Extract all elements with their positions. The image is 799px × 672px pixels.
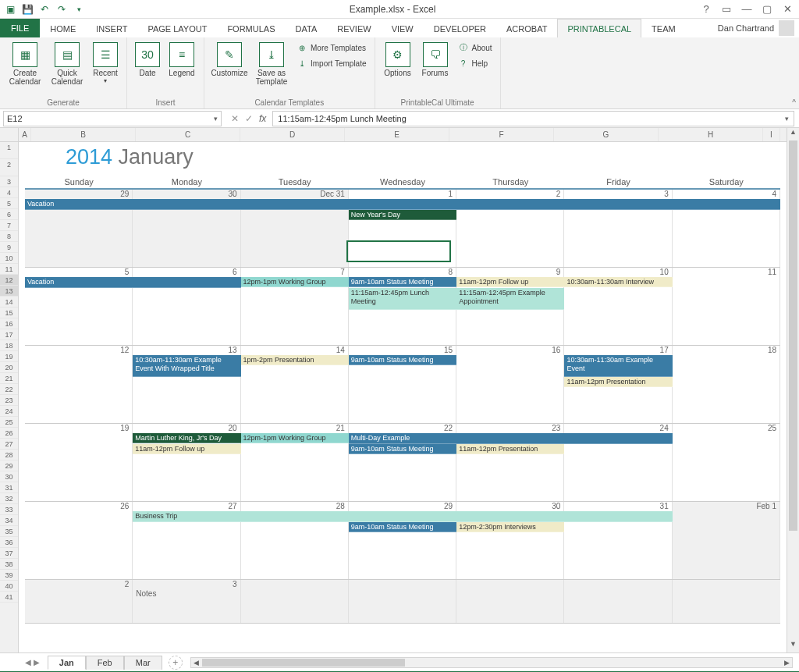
- tab-view[interactable]: VIEW: [382, 19, 424, 37]
- scroll-right-icon[interactable]: ▶: [781, 659, 792, 667]
- row-header[interactable]: 19: [0, 351, 18, 362]
- calendar-day[interactable]: [241, 580, 349, 623]
- redo-icon[interactable]: ↷: [55, 2, 69, 16]
- minimize-icon[interactable]: —: [740, 3, 754, 15]
- row-header[interactable]: 32: [0, 493, 18, 504]
- add-sheet-button[interactable]: +: [169, 656, 183, 670]
- main-grid[interactable]: ABCDEFGHI 2014 January SundayMondayTuesd…: [19, 128, 787, 652]
- column-header[interactable]: F: [449, 128, 554, 141]
- calendar-day[interactable]: 19: [25, 424, 133, 501]
- calendar-day[interactable]: 3Notes: [133, 580, 240, 623]
- collapse-ribbon-icon[interactable]: ^: [792, 98, 796, 107]
- row-header[interactable]: 40: [0, 581, 18, 592]
- row-header[interactable]: 9: [0, 242, 18, 253]
- row-header[interactable]: 23: [0, 395, 18, 406]
- hscrollbar-thumb[interactable]: [202, 659, 405, 667]
- calendar-event[interactable]: 10:30am-11:30am Example Event With Wrapp…: [133, 355, 240, 377]
- calendar-day[interactable]: Feb 1: [673, 502, 780, 579]
- row-header[interactable]: 33: [0, 504, 18, 515]
- calendar-day[interactable]: [673, 580, 780, 623]
- calendar-day[interactable]: 18: [673, 346, 780, 423]
- calendar-event[interactable]: 12pm-1pm Working Group: [241, 277, 349, 287]
- calendar-event[interactable]: 9am-10am Status Meeting: [349, 355, 456, 365]
- tab-data[interactable]: DATA: [286, 19, 328, 37]
- horizontal-scrollbar[interactable]: ◀ ▶: [190, 657, 793, 668]
- tab-page-layout[interactable]: PAGE LAYOUT: [137, 19, 217, 37]
- fx-icon[interactable]: fx: [259, 113, 266, 124]
- scroll-up-icon[interactable]: ▲: [787, 128, 799, 140]
- calendar-event[interactable]: 1pm-2pm Presentation: [241, 355, 349, 365]
- column-header[interactable]: A: [19, 128, 31, 141]
- date-button[interactable]: 30Date: [132, 41, 163, 97]
- row-header[interactable]: 26: [0, 428, 18, 439]
- options-button[interactable]: ⚙Options: [380, 41, 416, 97]
- row-header[interactable]: 13: [0, 286, 18, 297]
- qat-dropdown-icon[interactable]: ▾: [72, 2, 86, 16]
- scrollbar-thumb[interactable]: [789, 140, 797, 531]
- calendar-event[interactable]: 12pm-1pm Working Group: [241, 433, 349, 443]
- legend-button[interactable]: ≡Legend: [165, 41, 199, 97]
- calendar-day[interactable]: 12: [25, 346, 133, 423]
- sheet-tab-mar[interactable]: Mar: [124, 656, 162, 670]
- row-header[interactable]: 5: [0, 198, 18, 209]
- row-header[interactable]: 38: [0, 559, 18, 570]
- tab-home[interactable]: HOME: [40, 19, 86, 37]
- row-header[interactable]: 36: [0, 537, 18, 548]
- row-header[interactable]: 4: [0, 187, 18, 198]
- save-icon[interactable]: 💾: [20, 2, 34, 16]
- calendar-event[interactable]: 11am-12pm Presentation: [456, 444, 564, 454]
- sheet-nav[interactable]: ◀ ▶: [19, 658, 46, 667]
- row-header[interactable]: 3: [0, 176, 18, 187]
- row-header[interactable]: 22: [0, 384, 18, 395]
- calendar-event[interactable]: 9am-10am Status Meeting: [349, 444, 456, 454]
- import-template-button[interactable]: ⤓Import Template: [293, 56, 370, 70]
- column-header[interactable]: H: [659, 128, 763, 141]
- cancel-icon[interactable]: ✕: [231, 113, 239, 124]
- calendar-event[interactable]: Vacation: [25, 277, 241, 288]
- tab-team[interactable]: TEAM: [641, 19, 686, 37]
- calendar-event[interactable]: 9am-10am Status Meeting: [349, 277, 456, 287]
- column-header[interactable]: E: [345, 128, 449, 141]
- column-header[interactable]: G: [554, 128, 659, 141]
- recent-button[interactable]: ☰Recent▾: [89, 41, 122, 97]
- name-box[interactable]: E12▾: [3, 111, 222, 126]
- row-header[interactable]: 41: [0, 592, 18, 603]
- calendar-event[interactable]: Multi-Day Example: [349, 433, 673, 444]
- tab-review[interactable]: REVIEW: [327, 19, 381, 37]
- forums-button[interactable]: 🗨Forums: [417, 41, 453, 97]
- row-header[interactable]: 21: [0, 373, 18, 384]
- about-button[interactable]: ⓘAbout: [455, 41, 495, 55]
- column-header[interactable]: I: [763, 128, 780, 141]
- calendar-event[interactable]: Martin Luther King, Jr's Day: [133, 433, 240, 443]
- scroll-down-icon[interactable]: ▼: [787, 640, 799, 652]
- help-icon[interactable]: ?: [699, 3, 713, 15]
- row-header[interactable]: 1: [0, 142, 18, 159]
- tab-developer[interactable]: DEVELOPER: [424, 19, 496, 37]
- row-header[interactable]: 12: [0, 275, 18, 286]
- row-header[interactable]: 35: [0, 526, 18, 537]
- customize-button[interactable]: ✎Customize: [209, 41, 250, 97]
- calendar-day[interactable]: [564, 580, 672, 623]
- user-area[interactable]: Dan Chartrand: [718, 19, 799, 37]
- tab-formulas[interactable]: FORMULAS: [217, 19, 285, 37]
- row-header[interactable]: 29: [0, 460, 18, 471]
- calendar-day[interactable]: [349, 580, 456, 623]
- save-template-button[interactable]: ⤓Save as Template: [251, 41, 292, 97]
- calendar-event[interactable]: New Year's Day: [349, 210, 456, 220]
- undo-icon[interactable]: ↶: [37, 2, 51, 16]
- worksheet-grid[interactable]: 1234567891011121314151617181920212223242…: [0, 128, 799, 652]
- row-header[interactable]: 30: [0, 471, 18, 482]
- file-tab[interactable]: FILE: [0, 19, 40, 37]
- tab-acrobat[interactable]: ACROBAT: [496, 19, 557, 37]
- calendar-event[interactable]: 10:30am-11:30am Example Event: [564, 355, 672, 377]
- calendar-day[interactable]: 11: [673, 268, 780, 345]
- calendar-event[interactable]: 11am-12pm Follow up: [456, 277, 564, 287]
- sheet-tab-jan[interactable]: Jan: [48, 656, 86, 670]
- row-header[interactable]: 11: [0, 264, 18, 275]
- row-header[interactable]: 20: [0, 362, 18, 373]
- quick-calendar-button[interactable]: ▤Quick Calendar: [47, 41, 87, 97]
- more-templates-button[interactable]: ⊕More Templates: [293, 41, 370, 55]
- row-header[interactable]: 37: [0, 548, 18, 559]
- calendar-event[interactable]: 9am-10am Status Meeting: [349, 522, 456, 532]
- row-header[interactable]: 16: [0, 318, 18, 329]
